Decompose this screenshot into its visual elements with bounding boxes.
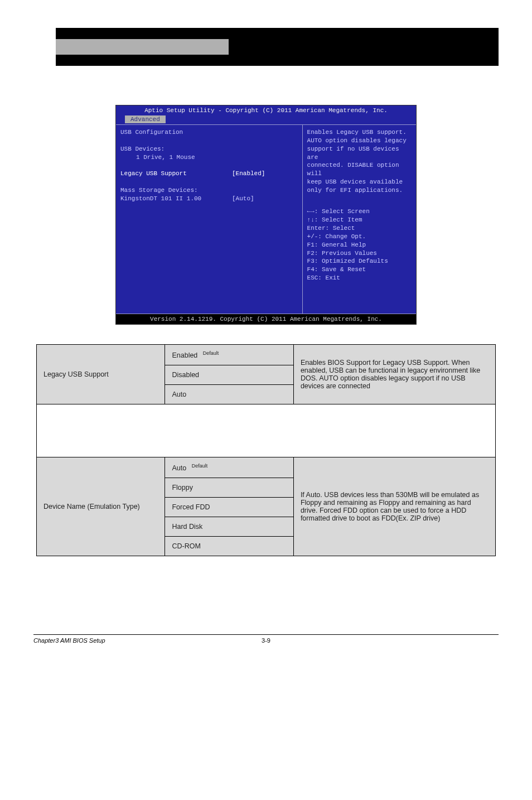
setting-name: Legacy USB Support bbox=[37, 345, 165, 404]
bios-left-panel: USB Configuration USB Devices: 1 Drive, … bbox=[116, 125, 302, 314]
bios-mass-device-label: KingstonDT 101 II 1.00 bbox=[120, 195, 232, 203]
setting-option: Enabled Default bbox=[165, 345, 293, 365]
bios-footer: Version 2.14.1219. Copyright (C) 2011 Am… bbox=[116, 314, 416, 324]
bios-legacy-label: Legacy USB Support bbox=[120, 170, 232, 178]
bios-mass-storage-heading: Mass Storage Devices: bbox=[120, 186, 298, 195]
bios-screenshot: Aptio Setup Utility - Copyright (C) 2011… bbox=[115, 105, 417, 325]
header-black-band-top bbox=[56, 28, 499, 39]
page-footer: Chapter3 AMI BIOS Setup 3-9 bbox=[33, 634, 499, 644]
setting-option: Forced FDD bbox=[165, 498, 293, 517]
header-black-band-bottom bbox=[56, 55, 499, 66]
table-row bbox=[37, 404, 496, 457]
bios-tab-advanced[interactable]: Advanced bbox=[125, 115, 166, 123]
setting-desc: Enables BIOS Support for Legacy USB Supp… bbox=[293, 345, 495, 404]
setting-option: Disabled bbox=[165, 365, 293, 385]
spacer-row bbox=[37, 404, 496, 457]
default-tag: Default bbox=[203, 350, 219, 356]
table-row: Device Name (Emulation Type) Auto Defaul… bbox=[37, 457, 496, 478]
settings-table: Legacy USB Support Enabled Default Enabl… bbox=[36, 344, 496, 556]
bios-setting-mass-device[interactable]: KingstonDT 101 II 1.00 [Auto] bbox=[120, 195, 298, 203]
header-right-black bbox=[229, 39, 499, 55]
bios-nav-help: ←→: Select Screen ↑↓: Select Item Enter:… bbox=[307, 208, 412, 282]
header-left-grey bbox=[56, 39, 229, 55]
bios-tabs: Advanced bbox=[116, 115, 416, 124]
header-bar bbox=[56, 39, 499, 55]
setting-option: CD-ROM bbox=[165, 537, 293, 556]
bios-setting-legacy-usb[interactable]: Legacy USB Support [Enabled] bbox=[120, 170, 298, 178]
setting-desc: If Auto. USB devices less than 530MB wil… bbox=[293, 457, 495, 556]
setting-option: Floppy bbox=[165, 478, 293, 498]
setting-option: Auto Default bbox=[165, 457, 293, 478]
bios-legacy-value: [Enabled] bbox=[232, 170, 298, 178]
setting-option: Hard Disk bbox=[165, 517, 293, 537]
bios-usb-devices-heading: USB Devices: bbox=[120, 145, 298, 153]
footer-chapter: Chapter3 AMI BIOS Setup bbox=[33, 637, 257, 644]
bios-help-text: Enables Legacy USB support. AUTO option … bbox=[307, 128, 412, 195]
bios-title: Aptio Setup Utility - Copyright (C) 2011… bbox=[116, 105, 416, 115]
footer-page-number: 3-9 bbox=[257, 637, 275, 644]
table-row: Legacy USB Support Enabled Default Enabl… bbox=[37, 345, 496, 365]
bios-section-usb-config: USB Configuration bbox=[120, 128, 298, 137]
bios-usb-devices-value: 1 Drive, 1 Mouse bbox=[120, 153, 298, 162]
setting-option: Auto bbox=[165, 385, 293, 404]
setting-name: Device Name (Emulation Type) bbox=[37, 457, 165, 556]
bios-mass-device-value: [Auto] bbox=[232, 195, 298, 203]
default-tag: Default bbox=[192, 463, 208, 469]
bios-right-panel: Enables Legacy USB support. AUTO option … bbox=[302, 125, 416, 314]
